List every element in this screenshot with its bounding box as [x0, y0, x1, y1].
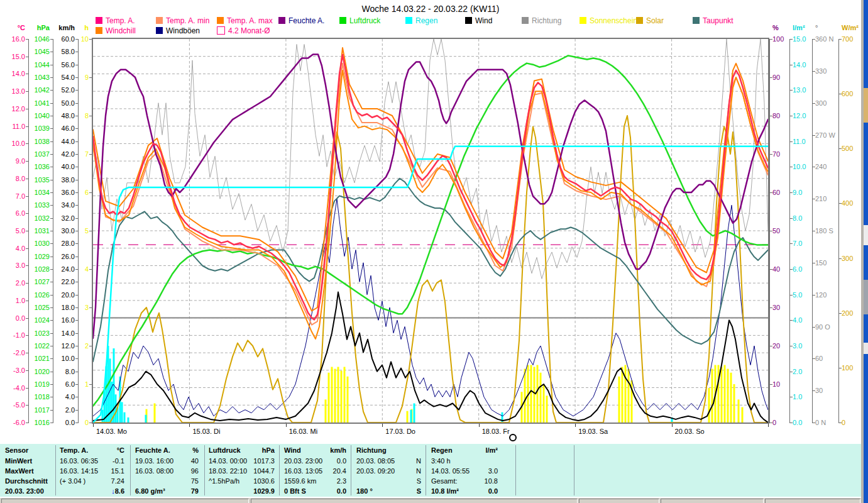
axis-tick-label: 28.0	[48, 240, 75, 247]
table-unit-wind: km/h	[310, 446, 346, 454]
sonnenschein-swatch-icon	[580, 17, 586, 24]
richtung-swatch-icon	[522, 17, 529, 24]
table-value-feuchte: 40	[157, 457, 199, 465]
axis-tick	[75, 257, 79, 257]
legend-item-richtung[interactable]: Richtung	[522, 16, 561, 25]
axis-tick-label: 1025	[23, 304, 50, 311]
legend-item-temp-a-min[interactable]: Temp. A. min	[156, 16, 209, 25]
axis-tick-label: 1016	[23, 419, 50, 426]
axis-tick-label: 10.0	[0, 140, 25, 147]
legend-item-temp-a-max[interactable]: Temp. A. max	[217, 16, 273, 25]
table-value-feuchte: 75	[157, 477, 199, 485]
table-cell-richtung: 180 °	[356, 487, 373, 495]
legend-item-taupunkt[interactable]: Taupunkt	[693, 16, 733, 25]
axis-tick-label: 1029	[23, 253, 50, 260]
axis-tick	[26, 248, 29, 249]
legend-label: Solar	[646, 17, 664, 25]
table-header-wind: Wind	[284, 446, 301, 454]
x-axis-day-label: 15.03. Di	[192, 428, 220, 435]
table-row-label: MinWert	[5, 457, 58, 465]
axis-tick	[75, 243, 79, 244]
axis-tick	[26, 161, 29, 162]
axis-tick	[75, 218, 79, 219]
axis-tick	[75, 180, 79, 180]
x-axis-day-label: 19.03. Sa	[578, 428, 608, 435]
axis-tick-label: 4.0	[0, 245, 25, 252]
axis-tick-label: 4.0	[48, 393, 75, 401]
solar-swatch-icon	[636, 17, 643, 24]
table-value-wind: 20.4	[305, 467, 346, 475]
axis-tick-label: 0.0	[0, 314, 25, 322]
legend-item-regen[interactable]: Regen	[405, 16, 437, 25]
axis-tick-label: 1028	[23, 265, 50, 273]
legend-label: Windchill	[106, 27, 136, 35]
axis-tick-label: 0	[62, 419, 89, 426]
axis-tick-label: 1037	[23, 150, 50, 158]
table-value-luftdruck: 1030.6	[233, 477, 275, 485]
down-arrow-icon: ↓	[111, 487, 115, 495]
axis-tick-label: 16.0	[48, 316, 75, 324]
axis-tick-label: 1017	[23, 406, 50, 414]
table-value-wind: 0.0	[305, 487, 346, 495]
desktop-background-sliver	[864, 0, 868, 503]
table-row-label: MaxWert	[5, 467, 58, 475]
axis-tick-label: 32.0	[48, 214, 75, 222]
x-axis-tick	[479, 424, 480, 427]
legend-item-temp-a[interactable]: Temp. A.	[96, 16, 135, 25]
axis-tick-label: 1021	[23, 355, 50, 362]
axis-tick-label: 1039	[23, 124, 50, 132]
table-unit-luftdruck: hPa	[238, 446, 275, 454]
legend-item-wind[interactable]: Wind	[465, 16, 492, 25]
axis-tick-label: 1.0	[0, 297, 25, 304]
x-axis-tick	[768, 424, 769, 427]
axis-tick	[75, 358, 79, 359]
axis-tick-label: 1024	[23, 316, 50, 324]
legend-item-windchill[interactable]: Windchill	[96, 26, 136, 35]
table-value-luftdruck: 1044.7	[233, 467, 275, 475]
table-row-label: 20.03. 23:00	[5, 487, 58, 495]
temp-a-min-swatch-icon	[156, 17, 163, 24]
legend-label: Regen	[415, 17, 437, 25]
table-value-richtung: N	[380, 467, 421, 475]
series-regen-summe	[93, 146, 768, 423]
axis-tick	[75, 372, 79, 372]
legend-label: Temp. A. min	[166, 17, 209, 25]
legend-item-feuchte-a[interactable]: Feuchte A.	[278, 16, 324, 25]
legend-item-luftdruck[interactable]: Luftdruck	[339, 16, 380, 25]
axis-tick	[75, 397, 79, 397]
legend-label: Richtung	[532, 17, 561, 25]
axis-line-solar	[838, 39, 839, 423]
legend-label: Feuchte A.	[288, 17, 324, 25]
temp-a-swatch-icon	[96, 17, 102, 24]
table-value-richtung: S	[380, 477, 421, 485]
axis-tick-label: 38.0	[48, 176, 75, 184]
axis-tick-label: 12.0	[0, 105, 25, 113]
x-axis-day-label: 14.03. Mo	[96, 428, 127, 435]
x-axis-tick	[189, 424, 190, 427]
wind-swatch-icon	[465, 17, 472, 24]
legend-item-sonnenschein[interactable]: Sonnenschein	[580, 16, 637, 25]
table-value-feuchte: 96	[157, 467, 199, 475]
axis-tick-label: 1032	[23, 214, 50, 222]
axis-tick-label: 1041	[23, 99, 50, 107]
axis-tick-label: 90	[772, 74, 803, 81]
x-axis-tick	[672, 424, 673, 427]
axis-tick-label: 12.0	[793, 112, 823, 119]
axis-tick-label: 1	[62, 380, 89, 388]
axis-tick-label: 44.0	[48, 138, 75, 145]
axis-tick-label: 1022	[23, 342, 50, 350]
axis-tick-label: 1040	[23, 112, 50, 119]
x-axis-tick	[575, 424, 576, 427]
legend-item-solar[interactable]: Solar	[636, 16, 664, 25]
axis-tick-label: 5	[62, 227, 89, 235]
legend-item-windboeen[interactable]: Windböen	[156, 26, 200, 35]
axis-tick-label: 1026	[23, 291, 50, 299]
table-separator	[515, 445, 516, 495]
table-value-luftdruck: 1017.3	[233, 457, 275, 465]
taupunkt-swatch-icon	[693, 17, 700, 24]
axis-tick	[26, 109, 29, 109]
series-wind	[93, 292, 768, 423]
legend-item-monat-avg[interactable]: 4.2 Monat-Ø	[217, 26, 270, 35]
chart-plot-area[interactable]	[93, 39, 768, 423]
axis-tick	[75, 90, 79, 91]
